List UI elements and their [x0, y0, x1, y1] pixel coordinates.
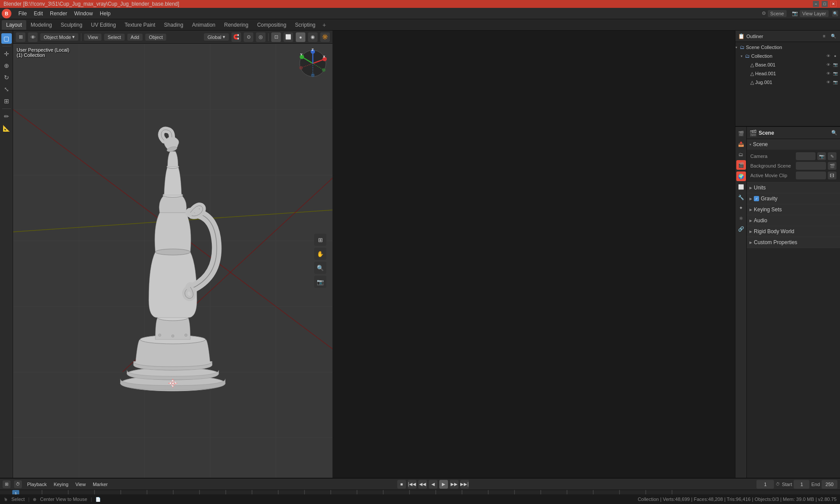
- outliner-item-head001[interactable]: △ Head.001 👁 📷: [735, 69, 840, 78]
- viewport-gizmo[interactable]: X Y Z: [298, 48, 328, 79]
- transform-global[interactable]: Global ▾: [204, 33, 229, 41]
- jug001-render[interactable]: 📷: [832, 79, 838, 85]
- maximize-button[interactable]: □: [822, 1, 828, 7]
- outliner-item-base001[interactable]: △ Base.001 👁 📷: [735, 60, 840, 69]
- search-button[interactable]: 🔍: [832, 10, 838, 17]
- section-gravity-header[interactable]: ▶ ✓ Gravity: [747, 193, 840, 204]
- collection-vis[interactable]: 👁: [825, 53, 831, 59]
- tool-rotate[interactable]: ↻: [1, 72, 12, 83]
- prop-btn-world[interactable]: 🌍: [736, 172, 746, 181]
- menu-window[interactable]: Window: [70, 10, 96, 18]
- pivot-btn[interactable]: ◎: [256, 32, 266, 42]
- outliner-item-collection[interactable]: ▾ 🗂 Collection 👁 ●: [735, 52, 840, 60]
- outliner-search[interactable]: 🔍: [830, 32, 837, 40]
- tab-layout[interactable]: Layout: [2, 20, 26, 30]
- section-rigid-body-world-header[interactable]: ▶ Rigid Body World: [747, 226, 840, 237]
- add-workspace-button[interactable]: +: [320, 21, 329, 29]
- tab-texture-paint[interactable]: Texture Paint: [120, 20, 160, 30]
- play-btn-next-key[interactable]: ▶▶: [450, 480, 458, 489]
- prop-btn-render[interactable]: 🎬: [736, 129, 746, 138]
- prop-btn-output[interactable]: 📤: [736, 139, 746, 149]
- select-menu[interactable]: Select: [104, 34, 125, 41]
- tool-scale[interactable]: ⤡: [1, 84, 12, 94]
- gravity-checkbox[interactable]: ✓: [754, 196, 759, 201]
- head001-render[interactable]: 📷: [832, 70, 838, 77]
- prop-btn-modifier[interactable]: 🔧: [736, 192, 746, 202]
- collection-sel[interactable]: ●: [832, 53, 838, 59]
- start-frame-input[interactable]: 1: [794, 480, 809, 489]
- tool-measure[interactable]: 📐: [1, 123, 12, 133]
- play-btn-prev[interactable]: ◀◀: [418, 480, 427, 489]
- menu-help[interactable]: Help: [96, 10, 114, 18]
- tab-uv-editing[interactable]: UV Editing: [87, 20, 120, 30]
- tool-cursor[interactable]: ✛: [1, 49, 12, 59]
- section-keying-sets-header[interactable]: ▶ Keying Sets: [747, 204, 840, 215]
- view-layer-selector[interactable]: View Layer: [800, 10, 829, 17]
- prop-camera-icon[interactable]: 📷: [817, 152, 826, 160]
- prop-btn-physics[interactable]: ⚛: [736, 214, 746, 223]
- jug001-vis[interactable]: 👁: [825, 79, 831, 85]
- shading-wire[interactable]: ⬜: [284, 32, 293, 42]
- prop-btn-view-layer[interactable]: 🗂: [736, 150, 746, 159]
- prop-btn-scene[interactable]: 🎬: [736, 160, 746, 170]
- tool-move[interactable]: ⊕: [1, 60, 12, 71]
- viewport-mode-icon[interactable]: 👁: [28, 32, 38, 42]
- current-frame-input[interactable]: 1: [756, 480, 774, 489]
- shading-material[interactable]: ◉: [308, 32, 318, 42]
- scene-selector[interactable]: Scene: [768, 10, 787, 17]
- play-btn-end[interactable]: ▶▶|: [460, 480, 469, 489]
- timeline-frame-btn[interactable]: ⏱: [14, 480, 22, 488]
- prop-camera-value[interactable]: [796, 152, 816, 160]
- outliner-filter[interactable]: ≡: [820, 32, 828, 40]
- shading-render[interactable]: 🔆: [320, 32, 330, 42]
- props-filter-btn[interactable]: 🔍: [831, 130, 837, 136]
- object-menu[interactable]: Object: [145, 34, 166, 41]
- prop-btn-constraints[interactable]: 🔗: [736, 224, 746, 234]
- menu-render[interactable]: Render: [46, 10, 70, 18]
- base001-vis[interactable]: 👁: [825, 62, 831, 68]
- tab-rendering[interactable]: Rendering: [220, 20, 252, 30]
- timeline-menu-playback[interactable]: Playback: [25, 481, 49, 488]
- tab-sculpting[interactable]: Sculpting: [56, 20, 87, 30]
- nav-camera[interactable]: 📷: [314, 276, 326, 288]
- editor-type-button[interactable]: ⊞: [16, 32, 25, 42]
- snap-btn[interactable]: 🧲: [231, 32, 241, 42]
- play-btn-start[interactable]: |◀◀: [408, 480, 416, 489]
- minimize-button[interactable]: −: [813, 1, 819, 7]
- viewport-3d[interactable]: User Perspective (Local) (1) Collection …: [13, 44, 332, 478]
- tab-compositing[interactable]: Compositing: [253, 20, 291, 30]
- overlay-btn[interactable]: ⊡: [271, 32, 281, 42]
- tab-modeling[interactable]: Modeling: [26, 20, 56, 30]
- section-units-header[interactable]: ▶ Units: [747, 182, 840, 193]
- play-btn-play[interactable]: ▶: [439, 480, 448, 489]
- prop-camera-edit[interactable]: ✎: [828, 152, 836, 160]
- outliner-item-jug001[interactable]: △ Jug.001 👁 📷: [735, 78, 840, 87]
- timeline-menu-marker[interactable]: Marker: [91, 481, 109, 488]
- prop-btn-particles[interactable]: ✦: [736, 203, 746, 213]
- tool-select[interactable]: ▢: [1, 33, 12, 44]
- play-btn-stop[interactable]: ■: [397, 480, 406, 489]
- timeline-menu-view[interactable]: View: [74, 481, 88, 488]
- tool-transform[interactable]: ⊞: [1, 96, 12, 106]
- prop-btn-object[interactable]: ⬜: [736, 182, 746, 192]
- add-menu[interactable]: Add: [127, 34, 143, 41]
- prop-movie-clip-value[interactable]: [796, 172, 826, 179]
- tab-scripting[interactable]: Scripting: [290, 20, 320, 30]
- shading-solid[interactable]: ●: [296, 32, 305, 42]
- section-scene-header[interactable]: ▾ Scene: [747, 139, 840, 150]
- tab-animation[interactable]: Animation: [188, 20, 220, 30]
- nav-grid[interactable]: ⊞: [314, 234, 326, 246]
- timeline-editor-btn[interactable]: ⊞: [3, 480, 10, 488]
- mode-selector[interactable]: Object Mode ▾: [40, 33, 78, 41]
- nav-zoom[interactable]: 🔍: [314, 262, 326, 274]
- head001-vis[interactable]: 👁: [825, 70, 831, 77]
- nav-hand[interactable]: ✋: [314, 248, 326, 260]
- tool-annotate[interactable]: ✏: [1, 111, 12, 122]
- prop-movie-clip-icon[interactable]: 🎞: [828, 172, 836, 179]
- outliner-item-scene-collection[interactable]: ▾ 🗂 Scene Collection: [735, 43, 840, 52]
- section-audio-header[interactable]: ▶ Audio: [747, 215, 840, 226]
- end-frame-input[interactable]: 250: [822, 480, 837, 489]
- base001-render[interactable]: 📷: [832, 62, 838, 68]
- timeline-menu-keying[interactable]: Keying: [52, 481, 70, 488]
- prop-bg-scene-icon[interactable]: 🎬: [828, 162, 836, 170]
